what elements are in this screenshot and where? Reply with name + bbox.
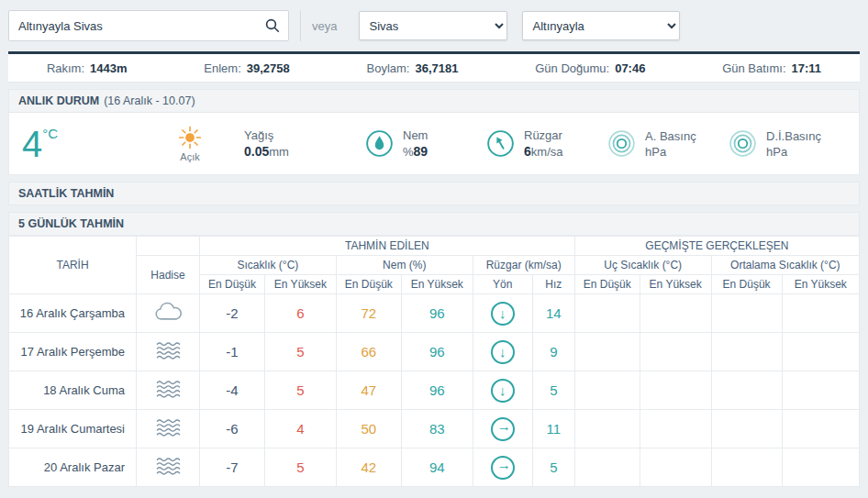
wind-direction-cell — [473, 371, 532, 410]
forecast-row: 16 Aralık Çarşamba -2 6 72 96 14 — [9, 294, 860, 333]
wind-direction-icon — [491, 456, 515, 480]
average-temp-subheader: Ortalama Sıcaklık (°C) — [711, 256, 859, 275]
fog-icon — [155, 456, 182, 477]
temp-min-cell: -4 — [200, 371, 265, 410]
date-cell: 20 Aralık Pazar — [9, 448, 137, 487]
weather-cell — [137, 410, 200, 448]
extreme-low-header: En Düşük — [574, 275, 640, 294]
past-average-max-cell — [782, 333, 859, 371]
sea-level-pressure-gauge-icon — [729, 129, 757, 158]
province-select[interactable]: Sivas — [359, 11, 507, 40]
search-button[interactable] — [260, 13, 285, 39]
wind-label: Rüzgar — [524, 128, 562, 142]
temp-min-cell: -1 — [200, 333, 265, 371]
humidity-min-cell: 72 — [336, 294, 401, 333]
search-input[interactable] — [8, 10, 289, 41]
wind-subheader: Rüzgar (km/sa) — [473, 256, 574, 275]
daily-section-header[interactable]: 5 GÜNLÜK TAHMİN — [8, 212, 860, 236]
sea-level-pressure-item: D.İ.Basınç hPa — [729, 129, 850, 159]
fog-icon — [155, 379, 182, 400]
wind-speed-cell: 5 — [532, 448, 574, 487]
temp-max-cell: 5 — [264, 333, 336, 371]
search-box — [8, 10, 289, 41]
location-search-bar: veya Sivas Altınyayla — [8, 7, 860, 44]
temperature-subheader: Sıcaklık (°C) — [200, 256, 337, 275]
wind-item: Rüzgar 6km/sa — [486, 128, 607, 159]
weather-cell — [137, 371, 200, 410]
humidity-item: Nem %89 — [365, 128, 486, 159]
weather-cell — [137, 294, 200, 333]
past-average-min-cell — [711, 371, 782, 410]
past-average-max-cell — [782, 371, 859, 410]
pressure-label: A. Basınç — [645, 129, 696, 143]
past-extreme-max-cell — [640, 448, 711, 487]
current-conditions-panel: 4°C Açık Yağış 0.05mm — [8, 113, 860, 175]
humidity-max-cell: 96 — [401, 371, 473, 410]
average-high-header: En Yüksek — [782, 275, 859, 294]
temp-high-header: En Yüksek — [264, 275, 336, 294]
cloud-icon — [153, 301, 184, 323]
date-cell: 18 Aralık Cuma — [9, 371, 137, 410]
stat-sunset: Gün Batımı:17:11 — [722, 60, 821, 76]
pressure-item: A. Basınç hPa — [607, 129, 729, 159]
stat-altitude: Rakım:1443m — [47, 60, 128, 76]
average-low-header: En Düşük — [711, 275, 782, 294]
humidity-subheader: Nem (%) — [336, 256, 473, 275]
hourly-section-title: SAATLİK TAHMİN — [18, 187, 114, 200]
fog-icon — [155, 340, 182, 361]
current-section-subtitle: (16 Aralık - 10.07) — [104, 94, 195, 107]
current-condition: Açık — [136, 126, 244, 162]
wind-compass-icon — [486, 129, 515, 158]
humidity-high-header: En Yüksek — [401, 275, 473, 294]
stat-sunrise: Gün Doğumu:07:46 — [535, 60, 645, 76]
current-temperature: 4°C — [18, 126, 136, 162]
date-column-header: TARİH — [9, 237, 137, 294]
past-average-max-cell — [782, 294, 859, 333]
extreme-high-header: En Yüksek — [640, 275, 711, 294]
precipitation-value: 0.05mm — [244, 144, 289, 159]
wind-speed-cell: 11 — [532, 410, 574, 448]
weather-page: veya Sivas Altınyayla Rakım:1443m Enlem:… — [0, 0, 868, 487]
humidity-min-cell: 50 — [336, 410, 401, 448]
past-extreme-min-cell — [574, 294, 640, 333]
past-average-max-cell — [782, 448, 859, 487]
temp-min-cell: -2 — [200, 294, 265, 333]
humidity-label: Nem — [403, 128, 428, 142]
district-select[interactable]: Altınyayla — [522, 11, 680, 40]
sea-level-pressure-unit: hPa — [766, 145, 821, 159]
humidity-max-cell: 83 — [401, 410, 473, 448]
current-section-header[interactable]: ANLIK DURUM (16 Aralık - 10.07) — [8, 89, 860, 113]
wind-speed-cell: 5 — [532, 371, 574, 410]
current-section-title: ANLIK DURUM — [18, 94, 99, 107]
date-cell: 17 Aralık Perşembe — [9, 333, 137, 371]
forecast-row: 17 Aralık Perşembe -1 5 66 96 9 — [9, 333, 860, 371]
stat-longitude: Boylam:36,7181 — [367, 60, 459, 76]
wind-direction-icon — [491, 340, 515, 364]
humidity-icon — [365, 129, 394, 158]
past-extreme-max-cell — [640, 333, 711, 371]
sun-icon — [178, 126, 202, 149]
daily-forecast-card: 5 GÜNLÜK TAHMİN TARİH TAHMİN EDİLEN GEÇM… — [8, 212, 860, 487]
pressure-unit: hPa — [645, 145, 696, 159]
stat-latitude: Enlem:39,2758 — [204, 60, 289, 76]
or-label: veya — [312, 19, 337, 33]
past-average-min-cell — [711, 448, 782, 487]
humidity-min-cell: 66 — [336, 333, 401, 371]
daily-section-title: 5 GÜNLÜK TAHMİN — [18, 217, 124, 230]
wind-value: 6km/sa — [524, 144, 562, 159]
event-column-header: Hadise — [137, 256, 200, 294]
temperature-unit: °C — [42, 126, 58, 141]
temp-max-cell: 6 — [264, 294, 336, 333]
forecast-table: TARİH TAHMİN EDİLEN GEÇMİŞTE GERÇEKLEŞEN… — [8, 236, 860, 487]
past-extreme-min-cell — [574, 448, 640, 487]
search-icon — [264, 17, 281, 34]
wind-direction-icon — [491, 417, 515, 441]
forecast-row: 20 Aralık Pazar -7 5 42 94 5 — [9, 448, 860, 487]
past-extreme-max-cell — [640, 410, 711, 448]
humidity-min-cell: 47 — [336, 371, 401, 410]
past-extreme-min-cell — [574, 371, 640, 410]
wind-speed-cell: 9 — [532, 333, 574, 371]
wind-direction-header: Yön — [473, 275, 532, 294]
hourly-section-header[interactable]: SAATLİK TAHMİN — [8, 182, 860, 205]
fog-icon — [155, 417, 182, 438]
